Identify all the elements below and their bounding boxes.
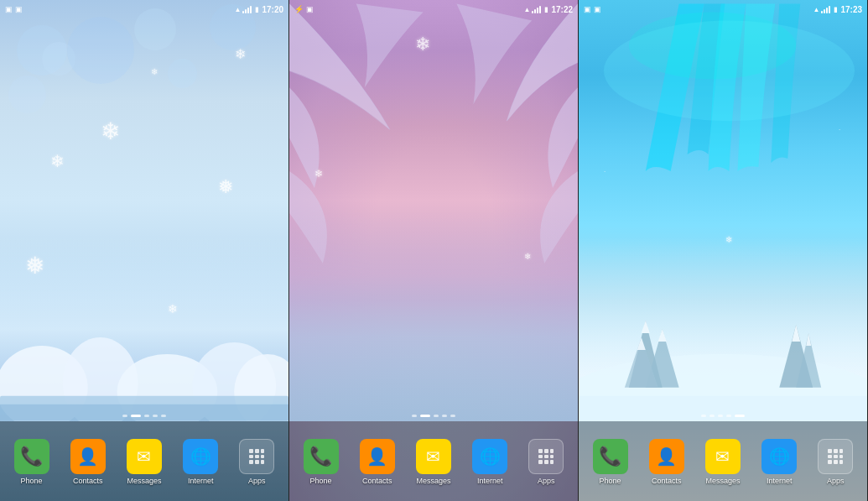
bokeh-3 <box>67 17 134 84</box>
dock-item-contacts-3[interactable]: 👤 Contacts <box>649 439 684 485</box>
g3-2 <box>834 449 838 453</box>
contacts-icon-2[interactable]: 👤 <box>360 439 395 474</box>
status-right-1: ▲ ▮ 17:20 <box>235 5 284 14</box>
messages-symbol-2: ✉ <box>426 446 440 467</box>
phone-icon-2[interactable]: 📞 <box>304 439 339 474</box>
snowflake-large-2: ❅ <box>25 252 44 279</box>
time-2: 17:22 <box>551 5 573 14</box>
dock-item-messages-3[interactable]: ✉ Messages <box>705 439 741 485</box>
dock-item-messages-2[interactable]: ✉ Messages <box>416 439 451 485</box>
dock-item-contacts-1[interactable]: 👤 Contacts <box>70 439 106 485</box>
internet-label-2: Internet <box>477 477 503 485</box>
contacts-icon-3[interactable]: 👤 <box>649 439 684 474</box>
battery-icon-3: ▮ <box>834 6 837 13</box>
internet-icon-1[interactable]: 🌐 <box>183 439 218 474</box>
apps-grid-2 <box>537 447 555 466</box>
internet-label-1: Internet <box>188 477 214 485</box>
phone-icon-1[interactable]: 📞 <box>14 439 49 474</box>
battery-icon-2: ▮ <box>544 6 548 13</box>
wifi-icon-3: ▲ <box>813 6 820 13</box>
apps-icon-1[interactable] <box>239 439 274 474</box>
phone-symbol-2: 📞 <box>309 446 332 467</box>
g2-8 <box>544 460 548 464</box>
phone-symbol-1: 📞 <box>20 446 43 467</box>
dot-2-1 <box>412 415 417 417</box>
dock-item-apps-1[interactable]: Apps <box>239 439 274 485</box>
internet-symbol-3: 🌐 <box>769 446 790 467</box>
svg-rect-20 <box>579 396 867 421</box>
signal-bars-1 <box>242 5 252 13</box>
dot-1-2 <box>131 415 141 417</box>
internet-icon-3[interactable]: 🌐 <box>761 439 797 474</box>
battery-icon-1: ▮ <box>255 6 258 13</box>
sim2-icon-1: ▣ <box>15 5 23 13</box>
g3-6 <box>839 455 844 459</box>
apps-label-1: Apps <box>248 477 266 485</box>
dot-1-5 <box>161 415 166 417</box>
dock-item-messages-1[interactable]: ✉ Messages <box>127 439 162 485</box>
dock-item-phone-1[interactable]: 📞 Phone <box>14 439 49 485</box>
bar2-2 <box>534 9 536 13</box>
dock-item-contacts-2[interactable]: 👤 Contacts <box>360 439 395 485</box>
dock-item-internet-1[interactable]: 🌐 Internet <box>183 439 218 485</box>
time-3: 17:23 <box>840 5 862 14</box>
phone-label-2: Phone <box>310 477 332 485</box>
page-dots-2 <box>289 415 578 417</box>
messages-symbol-3: ✉ <box>715 446 730 467</box>
sim-icon-1: ▣ <box>5 5 13 13</box>
status-bar-3: ▣ ▣ ▲ ▮ 17:23 <box>579 0 867 18</box>
snowflake-s3-1: ❄ <box>725 235 732 244</box>
dock-item-internet-2[interactable]: 🌐 Internet <box>472 439 507 485</box>
snowflake-s3-3: · <box>839 126 840 133</box>
snow-trees-svg-3 <box>579 237 867 421</box>
g2-3 <box>550 449 554 453</box>
snowflake-s3-2: · <box>604 168 606 175</box>
internet-icon-2[interactable]: 🌐 <box>472 439 507 474</box>
dock-item-internet-3[interactable]: 🌐 Internet <box>761 439 797 485</box>
snowflake-large-1: ❄ <box>101 117 120 145</box>
dock-item-phone-2[interactable]: 📞 Phone <box>304 439 339 485</box>
internet-label-3: Internet <box>767 477 793 485</box>
contacts-icon-1[interactable]: 👤 <box>70 439 106 474</box>
internet-symbol-1: 🌐 <box>190 446 211 467</box>
apps-label-2: Apps <box>538 477 555 485</box>
messages-icon-1[interactable]: ✉ <box>127 439 162 474</box>
svg-marker-18 <box>792 325 800 342</box>
dot-3-4 <box>726 415 731 417</box>
sim-icon-2: ▣ <box>306 5 314 13</box>
svg-marker-13 <box>642 321 650 333</box>
bar3-3 <box>826 8 828 13</box>
messages-label-1: Messages <box>127 477 161 485</box>
svg-marker-19 <box>806 333 811 346</box>
messages-icon-3[interactable]: ✉ <box>705 439 741 474</box>
time-1: 17:20 <box>262 5 283 14</box>
dock-item-apps-2[interactable]: Apps <box>528 439 564 485</box>
signal-bars-2 <box>532 5 541 13</box>
snowflake-small-1: ❄ <box>235 46 246 62</box>
dock-1: 📞 Phone 👤 Contacts ✉ Messages 🌐 Internet <box>0 421 288 501</box>
bar3-1 <box>821 11 823 13</box>
g2-6 <box>550 455 554 459</box>
dot-2-5 <box>450 415 455 417</box>
apps-icon-2[interactable] <box>528 439 564 474</box>
messages-icon-2[interactable]: ✉ <box>416 439 451 474</box>
g6 <box>261 455 265 459</box>
svg-marker-14 <box>658 329 667 342</box>
snowflake-s2-3: ❄ <box>524 252 531 261</box>
messages-label-3: Messages <box>705 477 740 485</box>
dock-item-phone-3[interactable]: 📞 Phone <box>593 439 628 485</box>
status-right-3: ▲ ▮ 17:23 <box>813 5 863 14</box>
bar2-3 <box>537 8 538 13</box>
g2-9 <box>550 460 554 464</box>
status-bar-1: ▣ ▣ ▲ ▮ 17:20 <box>0 0 288 18</box>
scene-overlay-2 <box>289 211 578 421</box>
g3-8 <box>834 460 838 464</box>
bar-3 <box>247 8 249 13</box>
dock-item-apps-3[interactable]: Apps <box>818 439 853 485</box>
g4 <box>249 455 253 459</box>
phone-label-1: Phone <box>21 477 43 485</box>
apps-icon-3[interactable] <box>818 439 853 474</box>
phone-icon-3[interactable]: 📞 <box>593 439 628 474</box>
phone-screen-2: ❄ ❄ ❄ ⚡ ▣ ▲ ▮ 17:22 📞 <box>289 0 579 501</box>
internet-symbol-2: 🌐 <box>480 446 501 467</box>
